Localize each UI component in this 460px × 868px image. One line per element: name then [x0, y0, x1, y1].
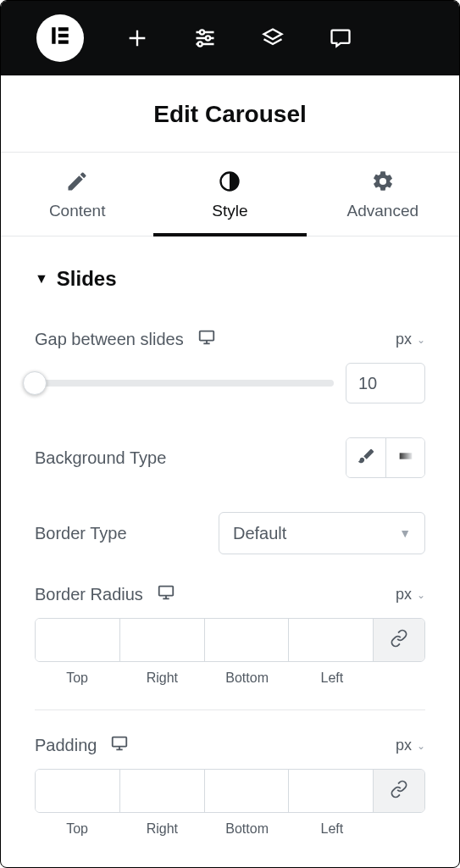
padding-group: Padding px ⌄ Top Right Bo — [35, 734, 425, 837]
side-label-top: Top — [35, 821, 119, 837]
border-radius-unit-select[interactable]: px ⌄ — [396, 586, 425, 604]
comment-icon[interactable] — [326, 24, 355, 53]
side-label-right: Right — [119, 821, 204, 837]
background-gradient-button[interactable] — [385, 438, 424, 477]
side-label-bottom: Bottom — [205, 821, 290, 837]
border-radius-inputs — [35, 618, 425, 662]
svg-rect-3 — [58, 40, 69, 43]
border-type-label: Border Type — [35, 524, 127, 543]
tab-style[interactable]: Style — [153, 153, 306, 236]
svg-point-11 — [198, 42, 202, 46]
background-type-label: Background Type — [35, 448, 166, 468]
svg-rect-2 — [58, 34, 69, 37]
elementor-logo[interactable] — [36, 14, 84, 62]
border-radius-top-input[interactable] — [36, 619, 120, 661]
padding-right-input[interactable] — [120, 770, 205, 812]
gradient-icon — [396, 447, 415, 470]
background-classic-button[interactable] — [346, 438, 385, 477]
pencil-icon — [65, 170, 89, 193]
chevron-down-icon: ⌄ — [417, 589, 425, 601]
svg-point-9 — [206, 36, 210, 40]
padding-unit-label: px — [396, 737, 412, 754]
border-radius-bottom-input[interactable] — [205, 619, 290, 661]
side-label-left: Left — [290, 670, 374, 686]
gap-unit-select[interactable]: px ⌄ — [396, 331, 425, 348]
border-radius-left-input[interactable] — [289, 619, 374, 661]
padding-inputs — [35, 769, 425, 813]
elementor-logo-glyph — [49, 24, 71, 53]
top-bar — [1, 1, 459, 75]
border-radius-side-labels: Top Right Bottom Left — [35, 670, 425, 686]
gap-value-input[interactable] — [346, 363, 425, 403]
gear-icon — [371, 170, 395, 193]
tab-content-label: Content — [49, 202, 106, 220]
padding-link-button[interactable] — [374, 770, 424, 812]
svg-rect-1 — [58, 27, 69, 31]
panel-title: Edit Carousel — [1, 75, 459, 153]
tab-style-label: Style — [212, 202, 247, 220]
padding-label: Padding — [35, 736, 97, 755]
side-label-bottom: Bottom — [205, 670, 290, 686]
border-radius-right-input[interactable] — [120, 619, 205, 661]
tab-content[interactable]: Content — [1, 153, 153, 236]
background-type-buttons — [346, 437, 425, 478]
svg-rect-14 — [199, 331, 213, 341]
gap-row: Gap between slides px ⌄ — [35, 328, 425, 351]
contrast-icon — [218, 170, 241, 193]
side-label-right: Right — [119, 670, 204, 686]
layers-icon[interactable] — [258, 24, 287, 53]
svg-rect-17 — [399, 453, 412, 459]
section-slides-title: Slides — [57, 267, 117, 291]
desktop-icon[interactable] — [110, 734, 129, 757]
add-icon[interactable] — [123, 24, 152, 53]
tab-advanced[interactable]: Advanced — [307, 153, 459, 236]
link-icon — [390, 629, 408, 651]
gap-slider-row — [35, 363, 425, 403]
border-type-value: Default — [233, 524, 286, 543]
border-type-row: Border Type Default ▼ — [35, 512, 425, 554]
svg-marker-12 — [264, 30, 282, 40]
svg-rect-18 — [159, 587, 174, 596]
panel-body: ▼ Slides Gap between slides px ⌄ Backgro… — [1, 236, 459, 868]
padding-bottom-input[interactable] — [205, 770, 290, 812]
gap-slider[interactable] — [35, 380, 334, 387]
padding-side-labels: Top Right Bottom Left — [35, 821, 425, 837]
settings-sliders-icon[interactable] — [191, 24, 219, 53]
svg-rect-0 — [52, 27, 55, 44]
padding-unit-select[interactable]: px ⌄ — [396, 737, 425, 754]
separator — [35, 709, 425, 710]
tabs: Content Style Advanced — [1, 153, 459, 236]
border-radius-group: Border Radius px ⌄ Top Right — [35, 583, 425, 686]
desktop-icon[interactable] — [197, 328, 216, 351]
padding-left-input[interactable] — [289, 770, 374, 812]
link-icon — [390, 780, 408, 802]
svg-point-7 — [200, 30, 204, 34]
chevron-down-icon: ⌄ — [417, 740, 425, 752]
gap-unit-label: px — [396, 331, 412, 348]
gap-slider-thumb[interactable] — [23, 371, 47, 395]
desktop-icon[interactable] — [157, 583, 175, 606]
svg-rect-21 — [113, 737, 127, 747]
border-radius-unit-label: px — [396, 586, 412, 604]
chevron-down-icon: ▼ — [399, 526, 411, 540]
brush-icon — [357, 447, 375, 470]
padding-top-input[interactable] — [36, 770, 120, 812]
chevron-down-icon: ⌄ — [417, 334, 425, 346]
side-label-left: Left — [290, 821, 374, 837]
border-type-select[interactable]: Default ▼ — [219, 512, 425, 554]
section-slides-header[interactable]: ▼ Slides — [35, 267, 425, 291]
tab-advanced-label: Advanced — [347, 202, 419, 220]
background-type-row: Background Type — [35, 437, 425, 478]
side-label-top: Top — [35, 670, 119, 686]
border-radius-link-button[interactable] — [374, 619, 424, 661]
gap-label: Gap between slides — [35, 330, 184, 349]
caret-down-icon: ▼ — [35, 271, 48, 287]
border-radius-label: Border Radius — [35, 585, 143, 604]
